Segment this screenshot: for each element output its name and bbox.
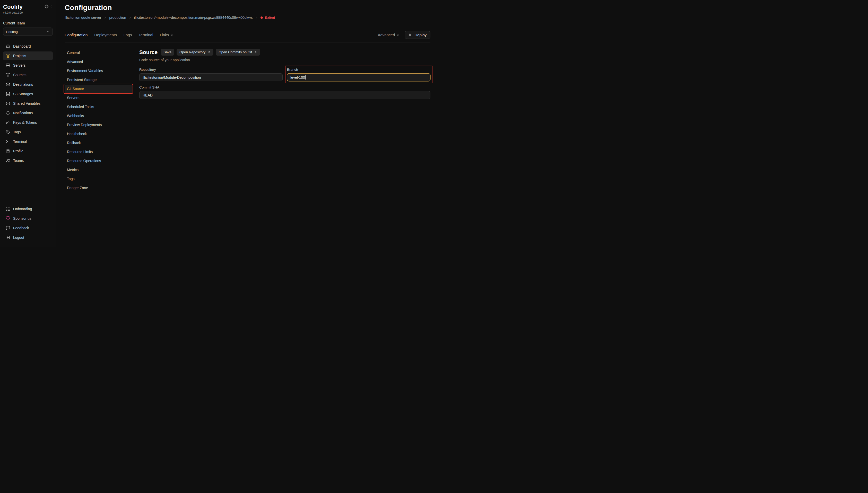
theme-toggle-sun-icon[interactable] [44, 4, 49, 8]
source-panel: Source Save Open Repository Open Commits… [139, 49, 430, 246]
breadcrumb-label: production [109, 16, 126, 20]
sidebar: Coolify v4.0.0-beta.399 Current Team Hos… [0, 0, 56, 246]
sidebar-item-label: Sources [13, 73, 26, 77]
sidebar-item-profile[interactable]: Profile [3, 147, 53, 155]
sidebar-item-terminal[interactable]: Terminal [3, 137, 53, 146]
sidebar-item-label: Dashboard [13, 44, 31, 48]
sidebar-item-label: Notifications [13, 111, 33, 115]
subnav-item-danger-zone[interactable]: Danger Zone [65, 184, 132, 192]
status-badge: Exited [260, 16, 275, 20]
sidebar-item-dashboard[interactable]: Dashboard [3, 42, 53, 51]
repository-label: Repository [139, 68, 283, 71]
subnav-item-general[interactable]: General [65, 49, 132, 57]
sidebar-item-label: Terminal [13, 140, 27, 144]
commit-sha-label: Commit SHA [139, 85, 430, 89]
sidebar-item-label: Servers [13, 63, 25, 67]
tab-links[interactable]: Links [160, 33, 173, 37]
sidebar-item-label: Sponsor us [13, 216, 31, 220]
subnav-item-label: Healthcheck [67, 132, 87, 136]
subnav-item-label: Webhooks [67, 114, 84, 118]
subnav-item-git-source[interactable]: Git Source [65, 85, 132, 93]
tab-configuration[interactable]: Configuration [65, 33, 87, 37]
sidebar-item-destinations[interactable]: Destinations [3, 80, 53, 89]
sidebar-footer-item-onboarding[interactable]: Onboarding [3, 205, 53, 213]
sidebar-item-label: Destinations [13, 82, 33, 86]
subnav-item-label: Git Source [67, 87, 84, 91]
chevron-down-icon [46, 30, 50, 34]
sidebar-item-label: Teams [13, 158, 24, 163]
tab-logs[interactable]: Logs [124, 33, 132, 37]
subnav-item-resource-limits[interactable]: Resource Limits [65, 148, 132, 156]
sidebar-item-sources[interactable]: Sources [3, 70, 53, 79]
subnav-item-label: Advanced [67, 60, 83, 64]
save-button[interactable]: Save [161, 49, 174, 56]
deploy-button[interactable]: Deploy [405, 31, 430, 39]
subnav-item-rollback[interactable]: Rollback [65, 139, 132, 147]
bell-icon [6, 111, 10, 115]
subnav-item-environment-variables[interactable]: Environment Variables [65, 67, 132, 75]
text-caret [305, 76, 306, 80]
breadcrumb-item-production[interactable]: production [109, 16, 131, 20]
sidebar-nav: Dashboard Projects Servers Sources Desti… [3, 42, 53, 165]
open-commits-button[interactable]: Open Commits on Git [216, 49, 260, 56]
key-icon [6, 120, 10, 125]
breadcrumb: illicitonion quote server production ill… [65, 16, 430, 20]
open-repository-button[interactable]: Open Repository [176, 49, 213, 56]
sidebar-item-keys-tokens[interactable]: Keys & Tokens [3, 118, 53, 127]
heart-icon [6, 216, 10, 221]
sidebar-item-projects[interactable]: Projects [3, 51, 53, 60]
breadcrumb-item-illicitestonion-module-decomposition-main-psgsws8884440s08wk00okws[interactable]: illicitestonion/-module--decomposition:m… [134, 16, 258, 20]
chevron-right-icon [255, 16, 258, 19]
chevrons-up-down-icon [396, 33, 400, 37]
app-logo: Coolify [3, 4, 23, 10]
subnav-item-webhooks[interactable]: Webhooks [65, 112, 132, 120]
tab-label: Links [160, 33, 169, 37]
sidebar-footer-item-logout[interactable]: Logout [3, 233, 53, 242]
subnav-item-preview-deployments[interactable]: Preview Deployments [65, 121, 132, 129]
tab-deployments[interactable]: Deployments [94, 33, 117, 37]
commit-sha-input[interactable]: HEAD [139, 91, 430, 99]
sidebar-item-teams[interactable]: Teams [3, 156, 53, 165]
subnav-item-label: Scheduled Tasks [67, 105, 94, 109]
logout-icon [6, 235, 10, 240]
subnav-item-metrics[interactable]: Metrics [65, 166, 132, 174]
tab-terminal[interactable]: Terminal [139, 33, 153, 37]
subnav-item-healthcheck[interactable]: Healthcheck [65, 130, 132, 138]
team-select[interactable]: Hosting [3, 27, 53, 36]
sidebar-item-label: Shared Variables [13, 101, 40, 106]
advanced-toggle[interactable]: Advanced [378, 33, 400, 37]
tabbar: Configuration Deployments Logs Terminal [65, 31, 430, 42]
theme-chevrons-icon[interactable] [50, 5, 53, 8]
sidebar-item-shared-variables[interactable]: Shared Variables [3, 99, 53, 108]
subnav-item-label: Rollback [67, 141, 81, 145]
tab-label: Terminal [139, 33, 153, 37]
sidebar-item-servers[interactable]: Servers [3, 61, 53, 70]
subnav-item-servers[interactable]: Servers [65, 94, 132, 102]
sidebar-item-s3-storages[interactable]: S3 Storages [3, 89, 53, 98]
subnav-item-label: Resource Limits [67, 150, 93, 154]
sidebar-item-tags[interactable]: Tags [3, 128, 53, 136]
database-icon [6, 92, 10, 96]
play-icon [408, 33, 412, 37]
repository-input[interactable]: illicitestonion/Module-Decomposition [139, 73, 283, 81]
panel-description: Code source of your application. [139, 58, 430, 62]
sidebar-footer-item-feedback[interactable]: Feedback [3, 223, 53, 232]
repository-field: Repository illicitestonion/Module-Decomp… [139, 68, 283, 81]
branch-input[interactable]: level-100 [287, 73, 430, 81]
server-icon [6, 63, 10, 68]
subnav-item-persistent-storage[interactable]: Persistent Storage [65, 76, 132, 84]
subnav-item-advanced[interactable]: Advanced [65, 58, 132, 66]
teams-icon [6, 158, 10, 163]
subnav-item-resource-operations[interactable]: Resource Operations [65, 157, 132, 165]
subnav-item-tags[interactable]: Tags [65, 175, 132, 183]
breadcrumb-label: illicitestonion/-module--decomposition:m… [134, 16, 253, 20]
sidebar-item-label: S3 Storages [13, 92, 33, 96]
destination-icon [6, 82, 10, 87]
breadcrumb-item-illicitonion-quote-server[interactable]: illicitonion quote server [65, 16, 107, 20]
sidebar-item-label: Logout [13, 235, 24, 239]
subnav-item-scheduled-tasks[interactable]: Scheduled Tasks [65, 103, 132, 111]
deploy-label: Deploy [415, 33, 426, 37]
sidebar-item-notifications[interactable]: Notifications [3, 109, 53, 117]
sidebar-footer-item-sponsor-us[interactable]: Sponsor us [3, 214, 53, 223]
source-icon [6, 72, 10, 77]
